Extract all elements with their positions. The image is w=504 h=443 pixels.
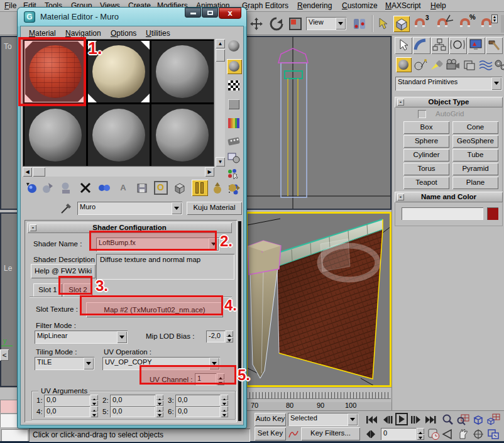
viewport-perspective[interactable] bbox=[246, 212, 392, 387]
tab-hierarchy[interactable] bbox=[431, 37, 449, 54]
slots-vertical-scrollbar[interactable]: ▲ ▼ bbox=[216, 39, 225, 167]
new-key-curve-icon[interactable] bbox=[288, 427, 299, 440]
sample-uv-tiling-icon[interactable] bbox=[228, 99, 239, 109]
go-to-parent-icon[interactable] bbox=[211, 181, 224, 195]
options-icon[interactable] bbox=[227, 152, 241, 163]
material-type-button[interactable]: Kuju Material bbox=[187, 202, 242, 215]
arc-rotate-icon[interactable] bbox=[471, 428, 485, 440]
object-color-swatch[interactable] bbox=[487, 207, 498, 220]
chevron-down-icon[interactable] bbox=[117, 331, 127, 343]
button-tube[interactable]: Tube bbox=[452, 149, 498, 161]
sample-type-icon[interactable] bbox=[228, 40, 241, 53]
maxscript-listener-pink[interactable] bbox=[0, 400, 18, 413]
scroll-down-icon[interactable]: ▼ bbox=[216, 157, 225, 167]
chevron-down-icon[interactable] bbox=[348, 413, 358, 425]
put-to-library-icon[interactable] bbox=[135, 181, 149, 195]
viewport-front[interactable] bbox=[245, 36, 392, 210]
mip-lod-bias-field[interactable]: -2,0 bbox=[206, 331, 225, 342]
mat-menu-options[interactable]: Options bbox=[106, 28, 141, 39]
menu-help[interactable]: Help bbox=[426, 0, 451, 11]
scroll-up-icon[interactable]: ▲ bbox=[216, 39, 225, 48]
uv-arg-6-field[interactable]: 0,0 bbox=[175, 406, 220, 417]
chevron-down-icon[interactable] bbox=[172, 202, 182, 214]
current-frame-field[interactable]: 0 bbox=[381, 428, 416, 440]
material-id-channel-icon[interactable]: O bbox=[154, 181, 168, 195]
tab-modify[interactable] bbox=[413, 37, 430, 54]
angle-snap-icon[interactable] bbox=[437, 18, 447, 27]
scroll-left-icon[interactable]: ◀ bbox=[23, 167, 32, 177]
uv-arg-5-field[interactable]: 0,0 bbox=[110, 406, 155, 417]
rollout-scrollbar[interactable] bbox=[238, 221, 241, 421]
time-slider-left-arrow[interactable]: < bbox=[0, 349, 9, 361]
filter-mode-dropdown[interactable]: MipLinear bbox=[35, 331, 128, 344]
snaps-toggle-icon[interactable] bbox=[393, 16, 410, 32]
menu-customize[interactable]: Customize bbox=[337, 0, 382, 11]
uv-arg-6-spinner[interactable] bbox=[221, 406, 228, 417]
reset-material-icon[interactable] bbox=[79, 181, 92, 195]
make-preview-icon[interactable] bbox=[227, 136, 241, 147]
maximize-viewport-icon[interactable] bbox=[486, 428, 500, 440]
tab-motion[interactable] bbox=[449, 37, 467, 54]
viewport-label-left[interactable]: Le bbox=[4, 264, 12, 273]
next-frame-icon[interactable] bbox=[410, 414, 422, 425]
get-material-icon[interactable] bbox=[25, 181, 38, 195]
select-by-material-icon[interactable] bbox=[227, 168, 241, 180]
mat-menu-utilities[interactable]: Utilities bbox=[141, 28, 175, 39]
material-editor-titlebar[interactable]: G Material Editor - Muro x bbox=[18, 8, 246, 26]
tab-create[interactable] bbox=[395, 37, 412, 54]
use-pivot-center-icon[interactable] bbox=[352, 16, 367, 31]
button-sphere[interactable]: Sphere bbox=[403, 135, 449, 148]
uv-arg-5-spinner[interactable] bbox=[156, 406, 163, 417]
tab-utilities[interactable] bbox=[486, 37, 503, 54]
snap-3d-icon[interactable]: 3 bbox=[415, 18, 425, 27]
mip-lod-bias-spinner[interactable] bbox=[226, 331, 233, 342]
tiling-mode-dropdown[interactable]: TILE bbox=[35, 357, 94, 370]
uv-arg-3-field[interactable]: 0,0 bbox=[175, 395, 220, 406]
chevron-down-icon[interactable] bbox=[491, 77, 501, 90]
select-rotate-icon[interactable] bbox=[269, 16, 284, 31]
chevron-down-icon[interactable] bbox=[336, 18, 346, 30]
uv-arg-3-spinner[interactable] bbox=[221, 395, 228, 406]
name-color-header[interactable]: - Name and Color bbox=[395, 192, 503, 202]
category-geometry[interactable] bbox=[396, 57, 412, 72]
put-material-to-scene-icon[interactable] bbox=[41, 181, 55, 195]
auto-key-button[interactable]: Auto Key bbox=[255, 413, 286, 426]
go-to-start-icon[interactable] bbox=[364, 414, 378, 425]
scroll-right-icon[interactable]: ▶ bbox=[205, 167, 214, 177]
uv-arg-1-spinner[interactable] bbox=[90, 395, 98, 406]
key-filters-button[interactable]: Key Filters... bbox=[301, 427, 360, 440]
category-systems[interactable] bbox=[493, 57, 504, 72]
maximize-button[interactable] bbox=[202, 8, 218, 18]
go-to-end-icon[interactable] bbox=[424, 414, 438, 425]
viewport-label-top[interactable]: To bbox=[4, 42, 12, 51]
fov-icon[interactable] bbox=[441, 428, 455, 440]
primitives-dropdown[interactable]: Standard Primitives bbox=[395, 77, 502, 90]
zoom-extents-icon[interactable] bbox=[471, 413, 485, 426]
button-geosphere[interactable]: GeoSphere bbox=[452, 135, 498, 148]
zoom-all-icon[interactable] bbox=[456, 413, 470, 426]
minimize-button[interactable] bbox=[185, 8, 201, 18]
maxscript-listener-white[interactable] bbox=[0, 413, 18, 427]
video-color-check-icon[interactable] bbox=[228, 118, 239, 128]
button-teapot[interactable]: Teapot bbox=[403, 177, 449, 189]
assign-material-icon[interactable] bbox=[60, 181, 74, 195]
key-mode-toggle-icon[interactable] bbox=[364, 429, 378, 440]
category-helpers[interactable] bbox=[461, 57, 477, 72]
frame-spinner[interactable] bbox=[417, 428, 424, 440]
collapse-icon[interactable]: - bbox=[30, 224, 36, 231]
sample-slot-6[interactable] bbox=[151, 104, 214, 166]
uv-arg-2-field[interactable]: 0,0 bbox=[110, 395, 155, 406]
select-manipulate-icon[interactable] bbox=[376, 16, 391, 31]
category-cameras[interactable] bbox=[445, 57, 461, 72]
material-lock-icon[interactable]: A bbox=[116, 181, 130, 195]
backlight-icon[interactable] bbox=[227, 59, 242, 74]
slots-horizontal-scrollbar[interactable]: ◀ ▶ bbox=[23, 167, 214, 177]
collapse-icon[interactable]: - bbox=[397, 194, 404, 200]
spinner-snap-icon[interactable]: ▲▼ bbox=[481, 18, 491, 27]
uv-arg-1-field[interactable]: 0,0 bbox=[44, 395, 90, 406]
button-box[interactable]: Box bbox=[403, 121, 449, 134]
sample-slot-4[interactable] bbox=[25, 104, 86, 166]
show-end-result-icon[interactable] bbox=[192, 180, 208, 196]
background-icon[interactable] bbox=[228, 80, 239, 90]
pick-material-eyedropper-icon[interactable] bbox=[60, 201, 74, 215]
